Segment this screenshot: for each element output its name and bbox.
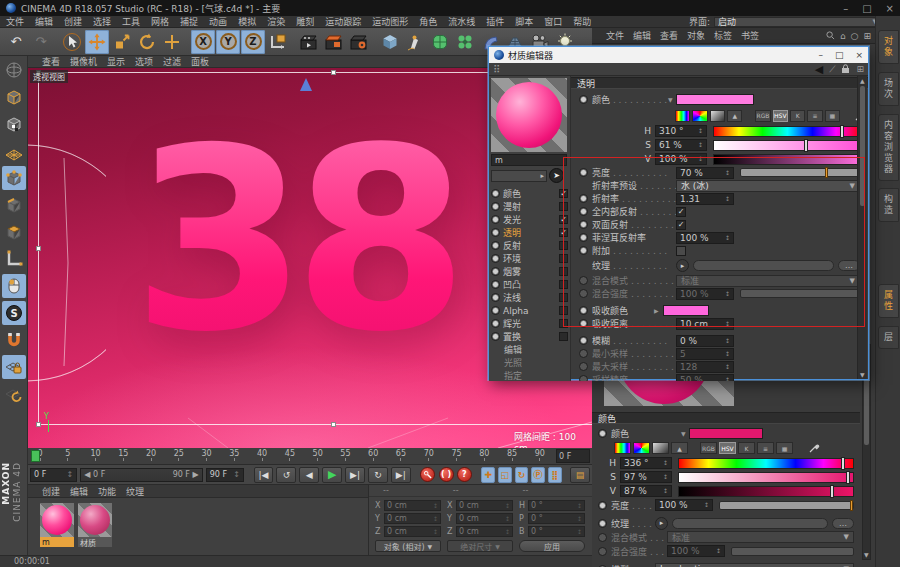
texture-browse-button[interactable]: …: [832, 518, 854, 529]
object-manager-menu-item[interactable]: 编辑: [633, 31, 651, 41]
spline-pen-tool[interactable]: [403, 30, 427, 54]
channel-checkbox[interactable]: [559, 267, 568, 276]
channel-row[interactable]: 漫射: [491, 200, 568, 213]
channel-label[interactable]: 漫射: [503, 200, 559, 213]
drag-handle-icon[interactable]: ⠿: [493, 64, 500, 75]
refraction-preset-dropdown[interactable]: 水 (冰)▼: [676, 180, 860, 192]
channel-radio[interactable]: [491, 189, 500, 198]
preview-size-dropdown[interactable]: ▸: [491, 170, 547, 182]
tab-takes[interactable]: 场次: [878, 72, 899, 106]
scale-tool[interactable]: [110, 30, 134, 54]
max-samples-field[interactable]: 128↕: [676, 361, 734, 373]
model-mode-icon[interactable]: [2, 85, 26, 109]
k-mode-tab[interactable]: K: [790, 110, 805, 122]
channel-radio[interactable]: [598, 501, 607, 510]
convert-object-icon[interactable]: [2, 58, 26, 82]
channel-checkbox[interactable]: [559, 241, 568, 250]
menu-item[interactable]: 窗口: [544, 17, 562, 27]
y-axis-lock[interactable]: Y: [216, 30, 240, 54]
channel-radio[interactable]: [491, 215, 500, 224]
key-parameter-toggle[interactable]: Ⓟ: [531, 467, 545, 483]
image-picker-icon[interactable]: ▲: [671, 442, 688, 454]
play-backwards-button[interactable]: ↺: [276, 467, 296, 483]
viewport-menu-item[interactable]: 查看: [42, 57, 60, 67]
attr-blend-strength-slider[interactable]: [731, 547, 854, 556]
shading-model-dropdown[interactable]: Lambertian▼: [655, 563, 854, 567]
menu-item[interactable]: 雕刻: [296, 17, 314, 27]
channel-row[interactable]: 颜色: [491, 187, 568, 200]
channel-radio[interactable]: [579, 246, 588, 255]
value-slider[interactable]: [713, 154, 862, 165]
blend-strength-field[interactable]: 100 %↕: [676, 288, 734, 300]
hsv-mode-tab[interactable]: HSV: [719, 442, 736, 454]
lock-workplane-icon[interactable]: [2, 355, 26, 379]
menu-item[interactable]: 模拟: [238, 17, 256, 27]
goto-end-button[interactable]: ▶|: [391, 467, 411, 483]
color-wheel-icon[interactable]: [633, 442, 650, 454]
k-mode-tab[interactable]: K: [738, 442, 755, 454]
menu-item[interactable]: 编辑: [35, 17, 53, 27]
lock-icon[interactable]: [841, 64, 850, 74]
material-menu-item[interactable]: 编辑: [70, 487, 88, 497]
channel-radio[interactable]: [491, 332, 500, 341]
texture-mode-icon[interactable]: [2, 112, 26, 136]
search-icon[interactable]: [826, 31, 835, 40]
channel-label[interactable]: 置换: [503, 330, 559, 343]
viewport-menu-item[interactable]: 选项: [135, 57, 153, 67]
current-frame-field[interactable]: 0 F↕: [30, 468, 77, 482]
key-position-toggle[interactable]: ✚: [481, 467, 495, 483]
channel-label[interactable]: 颜色: [503, 187, 559, 200]
channel-radio[interactable]: [579, 233, 588, 242]
object-manager-menu-item[interactable]: 对象: [687, 31, 705, 41]
dialog-edit-item[interactable]: 编辑: [491, 343, 568, 356]
material-name-field[interactable]: m: [491, 154, 567, 166]
rotation-b-field[interactable]: 0 °↕: [528, 526, 585, 537]
size-x-field[interactable]: 0 cm↕: [456, 500, 513, 511]
attr-hue-field[interactable]: 336 °↕: [620, 457, 672, 469]
dialog-assign-item[interactable]: 指定: [491, 369, 568, 382]
coords-mode-dropdown[interactable]: 对象 (相对)▼: [375, 540, 441, 552]
channel-radio[interactable]: [491, 241, 500, 250]
channel-checkbox[interactable]: [559, 319, 568, 328]
channel-radio[interactable]: [491, 228, 500, 237]
size-mode-dropdown[interactable]: 绝对尺寸▼: [447, 540, 513, 552]
object-manager-menu-item[interactable]: 查看: [660, 31, 678, 41]
last-tool-button[interactable]: [160, 30, 184, 54]
autokey-button[interactable]: ( ): [439, 467, 454, 483]
color-section-header[interactable]: 颜色: [592, 412, 860, 424]
position-z-field[interactable]: 0 cm↕: [384, 526, 441, 537]
live-selection-tool[interactable]: [60, 30, 84, 54]
saturation-field[interactable]: 61 %↕: [655, 139, 707, 151]
spectrum-picker-icon[interactable]: [614, 442, 631, 454]
frame-range-slider[interactable]: ◀ 0 F90 F ▶: [80, 468, 202, 482]
viewport-menu-item[interactable]: 过滤: [163, 57, 181, 67]
menu-item[interactable]: 流水线: [448, 17, 475, 27]
blur-field[interactable]: 0 %↕: [676, 335, 734, 347]
channel-checkbox[interactable]: [559, 202, 568, 211]
menu-item[interactable]: 捕捉: [180, 17, 198, 27]
play-button[interactable]: ▶: [322, 467, 342, 483]
attr-blend-strength-field[interactable]: 100 %↕: [667, 545, 725, 557]
next-frame-button[interactable]: ▶|: [345, 467, 365, 483]
fresnel-field[interactable]: 100 %↕: [676, 232, 734, 244]
channel-radio[interactable]: [579, 306, 588, 315]
material-menu-item[interactable]: 纹理: [126, 487, 144, 497]
object-manager-menu-item[interactable]: 书签: [741, 31, 759, 41]
channel-radio[interactable]: [491, 254, 500, 263]
channel-row[interactable]: 反射: [491, 239, 568, 252]
channel-row[interactable]: 透明: [491, 226, 568, 239]
viewport-view-label[interactable]: 透视视图: [30, 70, 68, 83]
selection-handle[interactable]: [331, 70, 336, 75]
menu-item[interactable]: 插件: [486, 17, 504, 27]
key-rotation-toggle[interactable]: ↻: [515, 467, 529, 483]
timeline-ruler[interactable]: 051015202530354045505560657075808590 0 F: [28, 448, 592, 465]
absorption-distance-field[interactable]: 10 cm↕: [676, 318, 734, 330]
attr-saturation-field[interactable]: 97 %↕: [620, 471, 672, 483]
render-view-button[interactable]: [297, 30, 321, 54]
menu-item[interactable]: 渲染: [267, 17, 285, 27]
object-manager-menu-item[interactable]: 标签: [714, 31, 732, 41]
tab-layers[interactable]: 层: [878, 326, 899, 349]
menu-item[interactable]: 选择: [93, 17, 111, 27]
channel-radio[interactable]: [598, 519, 607, 528]
attr-blend-mode-dropdown[interactable]: 标准▼: [667, 531, 854, 543]
